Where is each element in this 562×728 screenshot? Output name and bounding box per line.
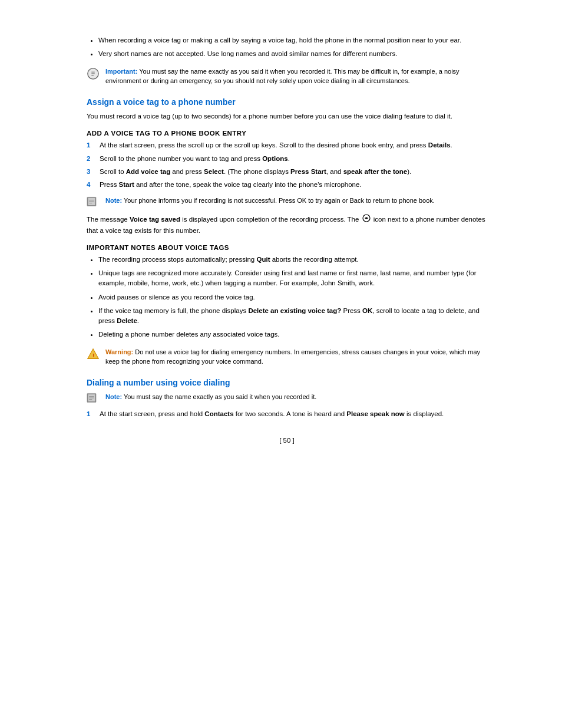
subsection-important-heading: IMPORTANT NOTES ABOUT VOICE TAGS xyxy=(87,244,487,251)
important-note-text: Important: You must say the name exactly… xyxy=(105,67,487,86)
step-4-text: Press Start and after the tone, speak th… xyxy=(100,180,487,190)
subsection-add-heading: ADD A VOICE TAG TO A PHONE BOOK ENTRY xyxy=(87,130,487,137)
step-1-text: At the start screen, press the scroll up… xyxy=(100,140,487,150)
dialing-steps-list: 1 At the start screen, press and hold Co… xyxy=(87,409,487,419)
warning-note-text: Warning: Do not use a voice tag for dial… xyxy=(105,347,487,367)
bullet-item-1: When recording a voice tag or making a c… xyxy=(98,35,487,45)
step-1-num: 1 xyxy=(87,140,95,150)
page-number: [ 50 ] xyxy=(87,437,487,444)
step4-note-text: Note: Your phone informs you if recordin… xyxy=(105,196,435,206)
step-1: 1 At the start screen, press the scroll … xyxy=(87,140,487,150)
step4-note-box: Note: Your phone informs you if recordin… xyxy=(87,196,487,209)
dialing-step-1-text: At the start screen, press and hold Cont… xyxy=(100,409,487,419)
completion-text: The message Voice tag saved is displayed… xyxy=(87,214,487,236)
note-label-dialing: Note: xyxy=(105,393,122,400)
important-bullet-2: Unique tags are recognized more accurate… xyxy=(98,268,487,289)
intro-bullet-list: When recording a voice tag or making a c… xyxy=(87,35,487,60)
section-assign-intro: You must record a voice tag (up to two s… xyxy=(87,111,487,121)
dialing-step-1-num: 1 xyxy=(87,409,95,419)
important-bullets-list: The recording process stops automaticall… xyxy=(87,255,487,340)
important-bullet-5: Deleting a phone number deletes any asso… xyxy=(98,330,487,340)
content-area: When recording a voice tag or making a c… xyxy=(87,35,487,444)
step-2: 2 Scroll to the phone number you want to… xyxy=(87,154,487,164)
important-label: Important: xyxy=(105,68,137,75)
note-icon-dialing xyxy=(87,393,100,406)
step-4-num: 4 xyxy=(87,180,95,190)
step-3: 3 Scroll to Add voice tag and press Sele… xyxy=(87,167,487,177)
step-4: 4 Press Start and after the tone, speak … xyxy=(87,180,487,190)
important-bullet-1: The recording process stops automaticall… xyxy=(98,255,487,265)
important-bullet-4: If the voice tag memory is full, the pho… xyxy=(98,306,487,327)
important-icon xyxy=(87,67,100,80)
steps-list: 1 At the start screen, press the scroll … xyxy=(87,140,487,190)
important-content: You must say the name exactly as you sai… xyxy=(105,68,459,85)
bullet-item-2: Very short names are not accepted. Use l… xyxy=(98,49,487,59)
dialing-step-1: 1 At the start screen, press and hold Co… xyxy=(87,409,487,419)
step-2-num: 2 xyxy=(87,154,95,164)
dialing-note-text: Note: You must say the name exactly as y… xyxy=(105,392,316,402)
note-label-step4: Note: xyxy=(105,197,122,204)
warning-label: Warning: xyxy=(105,348,133,355)
important-note-box: Important: You must say the name exactly… xyxy=(87,67,487,86)
page: When recording a voice tag or making a c… xyxy=(0,0,562,728)
step-3-text: Scroll to Add voice tag and press Select… xyxy=(100,167,487,177)
warning-note-box: ! Warning: Do not use a voice tag for di… xyxy=(87,347,487,367)
dialing-note-box: Note: You must say the name exactly as y… xyxy=(87,392,487,406)
important-bullet-3: Avoid pauses or silence as you record th… xyxy=(98,292,487,302)
voice-tag-icon xyxy=(362,214,371,225)
section-assign-heading: Assign a voice tag to a phone number xyxy=(87,97,487,108)
step-2-text: Scroll to the phone number you want to t… xyxy=(100,154,487,164)
step-3-num: 3 xyxy=(87,167,95,177)
warning-icon: ! xyxy=(87,348,100,361)
note-icon-step4 xyxy=(87,196,100,209)
svg-text:!: ! xyxy=(92,352,94,358)
section-dialing-heading: Dialing a number using voice dialing xyxy=(87,377,487,389)
